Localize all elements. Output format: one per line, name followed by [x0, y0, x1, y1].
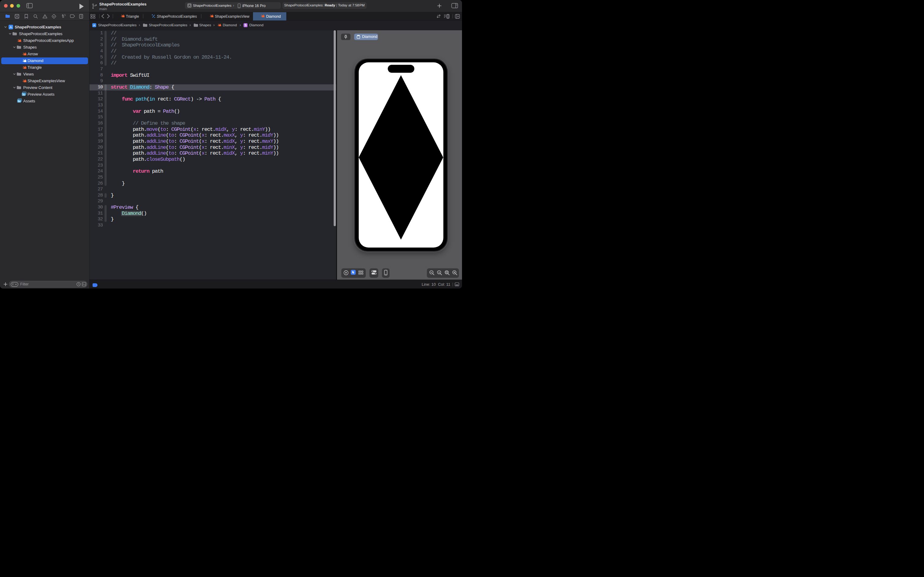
svg-text:1: 1	[438, 271, 440, 274]
